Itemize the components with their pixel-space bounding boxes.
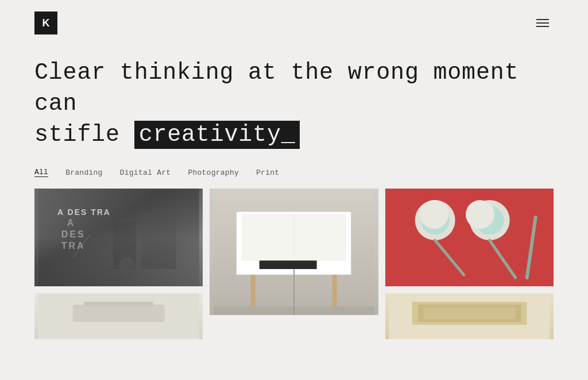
portfolio-image-2 [210, 189, 378, 315]
filter-all[interactable]: All [34, 168, 48, 177]
menu-bar-2 [536, 22, 549, 24]
filter-digital-art[interactable]: Digital Art [120, 168, 171, 177]
svg-rect-20 [332, 275, 337, 309]
menu-button[interactable] [532, 14, 554, 32]
svg-rect-22 [389, 189, 550, 286]
filter-print[interactable]: Print [256, 168, 279, 177]
menu-bar-3 [536, 26, 549, 27]
portfolio-image-6 [385, 293, 554, 339]
site-header: K [0, 0, 588, 46]
svg-line-6 [73, 235, 90, 258]
svg-text:TRA: TRA [61, 241, 86, 251]
svg-rect-21 [214, 306, 374, 315]
svg-point-26 [475, 206, 504, 235]
svg-rect-8 [113, 223, 136, 269]
portfolio-item-4[interactable] [34, 293, 203, 339]
svg-text:DES: DES [61, 229, 86, 239]
portfolio-image-1: A DES TRA [34, 189, 203, 286]
portfolio-item-2[interactable] [210, 189, 378, 315]
svg-rect-11 [73, 305, 165, 322]
hero-text: Clear thinking at the wrong moment can s… [34, 57, 528, 151]
filter-branding[interactable]: Branding [65, 168, 103, 177]
portfolio-item-6[interactable] [385, 293, 554, 339]
hero-line2-prefix: stifle [34, 122, 134, 148]
hero-highlight: creativity_ [134, 121, 300, 149]
portfolio-image-3 [385, 189, 554, 286]
portfolio-item-3[interactable] [385, 189, 554, 286]
svg-point-9 [119, 258, 136, 275]
logo[interactable]: K [34, 11, 57, 34]
svg-rect-12 [84, 302, 153, 306]
svg-rect-33 [423, 308, 515, 319]
hero-section: Clear thinking at the wrong moment can s… [0, 46, 588, 168]
filter-nav: All Branding Digital Art Photography Pri… [0, 168, 588, 189]
svg-rect-1 [38, 189, 199, 286]
svg-rect-0 [38, 189, 199, 286]
portfolio-image-4 [34, 293, 203, 339]
svg-point-24 [420, 206, 449, 235]
portfolio-item-5[interactable] [210, 322, 378, 339]
svg-rect-5 [38, 189, 199, 286]
svg-text:A: A [67, 218, 76, 228]
logo-letter: K [42, 17, 50, 29]
portfolio-grid: A DES TRA [0, 189, 588, 339]
hero-line1: Clear thinking at the wrong moment can [34, 60, 519, 117]
filter-photography[interactable]: Photography [188, 168, 239, 177]
svg-rect-19 [251, 275, 256, 309]
menu-bar-1 [536, 19, 549, 20]
svg-rect-7 [142, 212, 176, 269]
portfolio-item-1[interactable]: A DES TRA [34, 189, 203, 286]
